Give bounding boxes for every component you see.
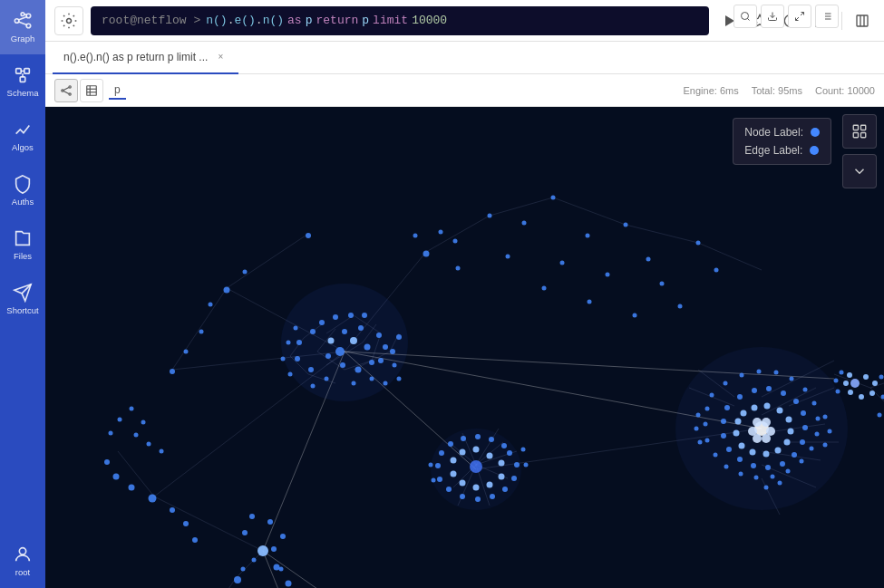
svg-point-319 [141,420,146,425]
query-input[interactable]: root@netflow > n().e().n()aspreturnplimi… [91,6,709,35]
svg-point-213 [823,415,828,419]
svg-point-132 [396,334,402,340]
sidebar-item-root[interactable]: root [0,534,45,588]
svg-rect-7 [16,69,22,74]
svg-point-284 [104,459,110,465]
sidebar-item-shortcut[interactable]: Shortcut [0,272,45,326]
svg-line-53 [154,496,263,551]
svg-point-225 [859,394,864,400]
svg-point-218 [698,440,703,445]
svg-point-195 [757,370,762,374]
sidebar-item-files[interactable]: Files [0,217,45,272]
svg-point-241 [460,480,466,487]
svg-point-177 [752,388,757,393]
svg-point-187 [751,463,756,468]
svg-point-285 [170,507,175,513]
svg-point-174 [735,419,742,425]
svg-point-140 [288,372,293,377]
view-toggle [54,79,103,102]
svg-point-131 [362,313,367,318]
svg-point-202 [810,447,814,451]
svg-point-26 [69,92,71,94]
svg-point-14 [19,548,25,554]
svg-point-184 [792,452,797,458]
result-left: p [54,79,126,102]
result-tab-p[interactable]: p [109,82,126,100]
search-result-button[interactable] [733,5,757,28]
svg-point-188 [737,457,743,462]
svg-point-316 [109,431,113,436]
svg-point-216 [696,413,701,418]
svg-point-192 [710,393,714,398]
svg-point-201 [815,432,820,437]
graph-canvas[interactable]: Node Label: Edge Label: [45,107,884,588]
settings-result-button[interactable] [815,5,839,28]
svg-point-179 [781,390,786,396]
sidebar-graph-label: Graph [11,34,34,43]
topbar-divider [841,12,842,30]
result-actions [733,5,839,28]
svg-point-151 [184,350,189,354]
svg-point-153 [439,230,443,235]
download-result-button[interactable] [761,5,784,28]
layout-button[interactable] [842,114,877,149]
sidebar-item-algos[interactable]: Algos [0,109,45,163]
svg-point-141 [281,357,286,361]
svg-point-143 [294,326,298,331]
svg-line-62 [490,198,553,216]
svg-point-258 [461,436,466,441]
svg-point-135 [384,381,388,386]
svg-point-139 [311,384,316,389]
result-stats: Engine: 6ms Total: 95ms Count: 10000 [684,85,875,96]
network-graph [45,107,884,588]
svg-point-167 [788,429,794,435]
svg-point-118 [342,329,347,334]
graph-view-button[interactable] [54,79,78,102]
svg-point-238 [499,474,505,480]
svg-point-240 [473,485,480,491]
svg-point-186 [765,465,771,470]
svg-point-124 [308,367,314,372]
svg-line-63 [553,198,626,225]
svg-point-259 [475,434,481,439]
sidebar-item-auths[interactable]: Auths [0,163,45,217]
svg-rect-21 [857,15,868,26]
svg-point-191 [721,419,726,424]
svg-point-152 [453,239,458,244]
svg-point-227 [843,381,849,386]
svg-point-115 [340,362,345,368]
svg-point-223 [872,381,878,386]
dropdown-button[interactable] [842,154,877,188]
svg-point-232 [840,371,844,375]
total-stat: Total: 95ms [752,85,802,96]
svg-point-248 [511,476,517,481]
table-view-button[interactable] [80,79,103,102]
tab-close-button[interactable]: × [213,50,228,64]
svg-point-111 [350,337,357,344]
sidebar-item-schema[interactable]: Schema [0,54,45,109]
svg-point-228 [847,372,852,378]
svg-point-237 [499,460,505,467]
svg-point-257 [448,441,453,447]
svg-point-295 [279,567,284,572]
svg-point-288 [242,530,248,535]
svg-point-180 [793,399,799,404]
nebula-icon-btn[interactable] [54,6,83,35]
svg-point-160 [753,434,762,443]
svg-point-217 [695,427,699,431]
svg-point-297 [551,196,556,200]
svg-point-161 [762,434,771,443]
svg-line-36 [801,13,804,16]
fullscreen-result-button[interactable] [788,5,811,28]
svg-point-15 [67,18,72,23]
sidebar-item-graph[interactable]: Graph [0,0,45,54]
svg-line-64 [626,225,698,243]
svg-point-25 [69,85,71,87]
tab-query[interactable]: n().e().n() as p return p limit ... × [53,42,238,74]
columns-button[interactable] [850,8,875,34]
svg-point-110 [335,347,345,356]
svg-point-176 [737,394,743,400]
svg-point-301 [586,234,590,238]
svg-point-299 [696,241,701,246]
svg-point-287 [192,537,198,543]
